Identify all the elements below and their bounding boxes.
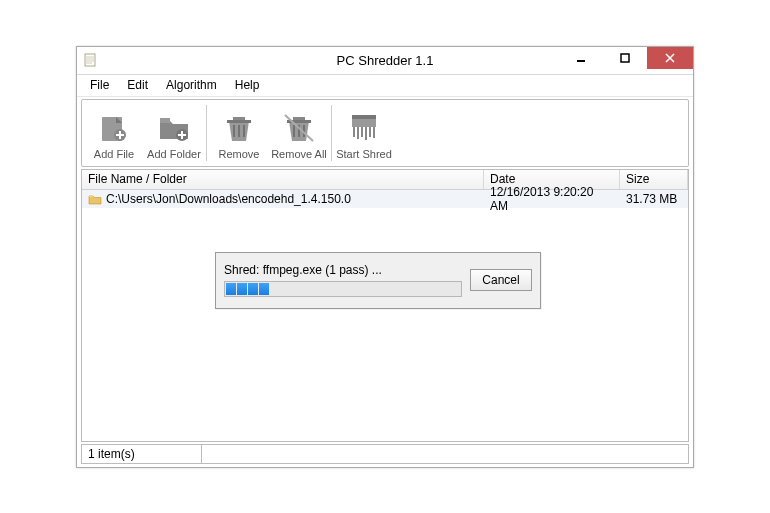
start-shred-button[interactable]: Start Shred	[334, 102, 394, 164]
start-shred-label: Start Shred	[336, 148, 392, 160]
file-list: File Name / Folder Date Size C:\Users\Jo…	[81, 169, 689, 442]
add-folder-button[interactable]: Add Folder	[144, 102, 204, 164]
remove-button[interactable]: Remove	[209, 102, 269, 164]
cancel-button[interactable]: Cancel	[470, 269, 532, 291]
close-icon	[665, 53, 675, 63]
add-file-button[interactable]: Add File	[84, 102, 144, 164]
svg-rect-11	[352, 119, 376, 127]
list-body: C:\Users\Jon\Downloads\encodehd_1.4.150.…	[82, 190, 688, 441]
app-window: PC Shredder 1.1 File Edit Algorithm Help…	[76, 46, 694, 468]
column-size[interactable]: Size	[620, 170, 688, 189]
menu-algorithm[interactable]: Algorithm	[157, 76, 226, 94]
svg-rect-12	[352, 115, 376, 119]
remove-all-label: Remove All	[271, 148, 327, 160]
shred-status-text: Shred: ffmpeg.exe (1 pass) ...	[224, 263, 462, 277]
svg-rect-13	[89, 195, 93, 197]
remove-label: Remove	[219, 148, 260, 160]
svg-rect-8	[227, 120, 251, 123]
toolbar-separator	[206, 105, 207, 161]
column-name[interactable]: File Name / Folder	[82, 170, 484, 189]
menu-help[interactable]: Help	[226, 76, 269, 94]
minimize-button[interactable]	[559, 47, 603, 69]
window-controls	[559, 47, 693, 74]
list-row[interactable]: C:\Users\Jon\Downloads\encodehd_1.4.150.…	[82, 190, 688, 208]
folder-icon	[88, 192, 102, 206]
shred-progress-dialog: Shred: ffmpeg.exe (1 pass) ... Cancel	[215, 252, 541, 309]
minimize-icon	[576, 53, 586, 63]
maximize-icon	[620, 53, 630, 63]
progress-bar	[224, 281, 462, 297]
remove-all-button[interactable]: Remove All	[269, 102, 329, 164]
toolbar-separator	[331, 105, 332, 161]
row-name-text: C:\Users\Jon\Downloads\encodehd_1.4.150.…	[106, 192, 351, 206]
menu-bar: File Edit Algorithm Help	[77, 75, 693, 97]
maximize-button[interactable]	[603, 47, 647, 69]
menu-file[interactable]: File	[81, 76, 118, 94]
app-icon	[83, 52, 99, 68]
start-shred-icon	[346, 111, 382, 145]
menu-edit[interactable]: Edit	[118, 76, 157, 94]
titlebar: PC Shredder 1.1	[77, 47, 693, 75]
status-bar: 1 item(s)	[81, 444, 689, 464]
add-file-icon	[96, 111, 132, 145]
toolbar: Add File Add Folder Remove Remove All	[81, 99, 689, 167]
svg-rect-2	[621, 54, 629, 62]
cell-size: 31.73 MB	[620, 190, 688, 208]
add-folder-label: Add Folder	[147, 148, 201, 160]
close-button[interactable]	[647, 47, 693, 69]
add-file-label: Add File	[94, 148, 134, 160]
remove-icon	[221, 111, 257, 145]
status-count: 1 item(s)	[81, 444, 201, 464]
add-folder-icon	[156, 111, 192, 145]
svg-rect-1	[577, 60, 585, 62]
progress-fill	[226, 283, 270, 295]
svg-rect-5	[160, 118, 170, 123]
svg-rect-0	[85, 54, 95, 66]
status-blank	[201, 444, 689, 464]
cell-name: C:\Users\Jon\Downloads\encodehd_1.4.150.…	[82, 190, 484, 208]
cell-date: 12/16/2013 9:20:20 AM	[484, 190, 620, 208]
remove-all-icon	[281, 111, 317, 145]
